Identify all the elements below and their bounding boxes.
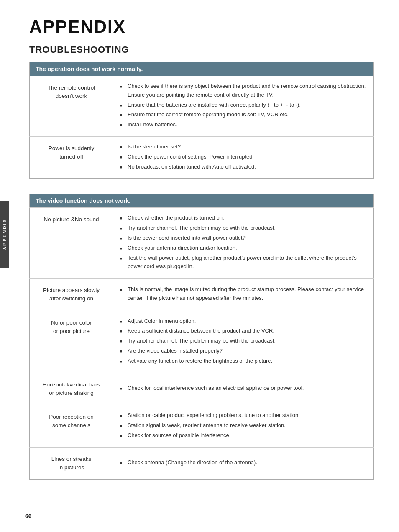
table2-header: The video function does not work. xyxy=(30,194,374,208)
video-row3-label: No or poor color or poor picture xyxy=(30,311,113,343)
list-item: Check for local interference such as an … xyxy=(120,384,367,393)
video-row6-content: Check antenna (Change the direction of t… xyxy=(113,447,374,480)
list-item: Is the power cord inserted into wall pow… xyxy=(120,234,367,243)
section-title: TROUBLESHOOTING xyxy=(29,44,374,55)
video-row5-label: Poor reception on some channels xyxy=(30,405,113,437)
list-item: Station or cable product experiencing pr… xyxy=(120,411,367,420)
list-item: Adjust Color in menu option. xyxy=(120,317,367,326)
list-item: Check your antenna direction and/or loca… xyxy=(120,244,367,253)
video-row2-label: Picture appears slowly after switching o… xyxy=(30,279,113,311)
list-item: Test the wall power outlet, plug another… xyxy=(120,254,367,271)
sidebar-label: APPENDIX xyxy=(3,218,7,250)
video-row4-label: Horizontal/vertical bars or picture shak… xyxy=(30,373,113,405)
table-video: The video function does not work. No pic… xyxy=(29,194,374,480)
row2-content: Is the sleep timer set? Check the power … xyxy=(113,136,374,178)
table-operation: The operation does not work normally. Th… xyxy=(29,62,374,179)
row2-label: Power is suddenly turned off xyxy=(30,137,113,169)
video-row1-content: Check whether the product is turned on. … xyxy=(113,208,374,279)
sidebar-tab: APPENDIX xyxy=(0,201,9,268)
list-item: Keep a sufficient distance between the p… xyxy=(120,327,367,335)
list-item: Check for sources of possible interferen… xyxy=(120,431,367,440)
list-item: This is normal, the image is muted durin… xyxy=(120,285,367,303)
list-item: Check the power control settings. Power … xyxy=(120,153,367,161)
video-row3-content: Adjust Color in menu option. Keep a suff… xyxy=(113,311,374,373)
row1-label: The remote control doesn't work xyxy=(30,76,113,108)
table1-header: The operation does not work normally. xyxy=(30,62,374,76)
page-number: 66 xyxy=(25,513,32,519)
list-item: Station signal is weak, reorient antenna… xyxy=(120,421,367,430)
list-item: Check whether the product is turned on. xyxy=(120,214,367,223)
list-item: Is the sleep timer set? xyxy=(120,143,367,151)
list-item: Install new batteries. xyxy=(120,120,367,129)
video-row1-label: No picture &No sound xyxy=(30,208,113,231)
list-item: Try another channel. The problem may be … xyxy=(120,337,367,345)
list-item: Ensure that the correct remote operating… xyxy=(120,110,367,119)
video-row2-content: This is normal, the image is muted durin… xyxy=(113,279,374,311)
list-item: Are the video cables installed properly? xyxy=(120,347,367,356)
list-item: No broadcast on station tuned with Auto … xyxy=(120,163,367,171)
row1-content: Check to see if there is any object betw… xyxy=(113,76,374,137)
list-item: Check antenna (Change the direction of t… xyxy=(120,458,367,467)
video-row4-content: Check for local interference such as an … xyxy=(113,373,374,405)
list-item: Activate any function to restore the bri… xyxy=(120,357,367,366)
list-item: Ensure that the batteries are installed … xyxy=(120,101,367,110)
list-item: Try another channel. The problem may be … xyxy=(120,224,367,233)
video-row6-label: Lines or streaks in pictures xyxy=(30,448,113,480)
list-item: Check to see if there is any object betw… xyxy=(120,82,367,100)
page-title: APPENDIX xyxy=(29,17,374,37)
video-row5-content: Station or cable product experiencing pr… xyxy=(113,405,374,447)
